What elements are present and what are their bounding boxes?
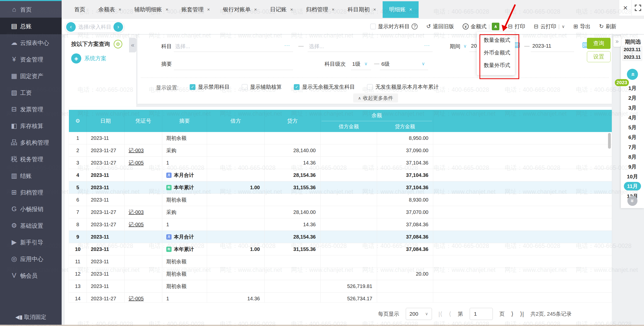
table-row[interactable]: 72023-11-27记-003采购28,140.0037,070.00 — [69, 206, 612, 218]
table-row[interactable]: 92023-11月本月合计28,154.3637,084.36 — [69, 231, 612, 243]
voucher-link[interactable]: 记-003 — [129, 147, 144, 154]
level-to-select[interactable]: 6级 — [381, 60, 390, 68]
display-checkbox-无发生额显示本月本年累计[interactable]: 无发生额显示本月本年累计 — [367, 83, 439, 90]
table-row[interactable]: 12023-11期初余额8,950.00 — [69, 132, 612, 144]
table-row[interactable]: 102023-11年本年累计1.0031,155.3637,084.36 — [69, 243, 612, 255]
checkbox-icon[interactable] — [367, 84, 373, 90]
tab-明细账[interactable]: 明细账× — [383, 1, 419, 18]
sidebar-item-畅会员[interactable]: V畅会员 — [0, 267, 62, 284]
expand-period-panel-button[interactable]: » — [613, 36, 621, 47]
close-tab-icon[interactable]: × — [373, 7, 376, 12]
scheme-item-system[interactable]: ◈ 系统方案 — [71, 53, 106, 63]
close-tab-button[interactable]: × — [619, 0, 631, 16]
close-tab-icon[interactable]: × — [166, 7, 168, 12]
sidebar-item-多机构管理[interactable]: 品多机构管理 — [0, 134, 62, 151]
tab-账套管理[interactable]: 账套管理× — [175, 1, 216, 18]
display-checkbox-显示辅助核算[interactable]: 显示辅助核算 — [242, 83, 282, 90]
table-row[interactable]: 62023-11期初余额8,930.00 — [69, 194, 612, 206]
chevron-down-icon[interactable]: ∨ — [463, 43, 467, 49]
display-checkbox-显示无余额无发生科目[interactable]: ✓显示无余额无发生科目 — [294, 83, 355, 90]
next-subject-button[interactable]: › — [113, 22, 123, 32]
table-row[interactable]: 52023-11年本年累计1.0031,155.3637,104.36 — [69, 181, 612, 194]
query-button[interactable]: 查询 — [587, 38, 611, 49]
close-tab-icon[interactable]: × — [332, 7, 335, 12]
prev-page-button[interactable]: ⟨ — [449, 310, 451, 317]
sidebar-item-税务管理[interactable]: 税税务管理 — [0, 151, 62, 167]
checkbox-icon[interactable] — [242, 84, 248, 90]
voucher-link[interactable]: 记-003 — [129, 209, 144, 216]
tab-银行对账单[interactable]: 银行对账单× — [216, 1, 263, 18]
voucher-link[interactable]: 记-005 — [129, 159, 144, 166]
month-item-11月[interactable]: 11月 — [624, 182, 641, 190]
scroll-months-down-button[interactable]: » — [627, 196, 637, 206]
table-row[interactable]: 122023-11期初余额20.00 — [69, 268, 612, 280]
sidebar-item-发票管理[interactable]: ⊟发票管理 — [0, 101, 62, 117]
tab-辅助明细账[interactable]: 辅助明细账× — [128, 1, 175, 18]
next-page-button[interactable]: ⟩ — [511, 310, 513, 317]
table-row[interactable]: 132023-11期初余额526,719.81 — [69, 280, 612, 292]
sidebar-item-小畅报销[interactable]: G小畅报销 — [0, 201, 62, 217]
month-item-9月[interactable]: 9月 — [624, 162, 641, 172]
table-row[interactable]: 82023-11-27记-005114.3637,084.36 — [69, 218, 612, 231]
month-item-10月[interactable]: 10月 — [624, 172, 641, 181]
close-tab-icon[interactable]: × — [118, 7, 121, 12]
checkbox-icon[interactable]: ✓ — [294, 84, 300, 90]
subject-from-picker-icon[interactable]: ··· — [284, 42, 290, 48]
chevron-down-icon[interactable]: ∨ — [562, 24, 565, 29]
tab-余额表[interactable]: 余额表× — [92, 1, 128, 18]
table-scrollbar[interactable] — [608, 133, 611, 149]
sidebar-item-固定资产[interactable]: ▦固定资产 — [0, 68, 62, 84]
tab-日记账[interactable]: 日记账× — [263, 1, 299, 18]
sidebar-item-总账[interactable]: ▤总账 — [0, 18, 62, 34]
sidebar-item-首页[interactable]: ⌂首页 — [0, 1, 62, 18]
first-page-button[interactable]: |⟨ — [438, 310, 442, 317]
close-tab-icon[interactable]: × — [409, 7, 412, 12]
refresh-button[interactable]: ↻ 刷新 — [599, 23, 616, 30]
month-item-7月[interactable]: 7月 — [624, 142, 641, 152]
close-tab-icon[interactable]: × — [207, 7, 210, 12]
month-item-3月[interactable]: 3月 — [624, 103, 641, 113]
close-tab-icon[interactable]: × — [254, 7, 257, 12]
unpin-sidebar-button[interactable]: ◀▮ 取消固定 — [0, 313, 62, 321]
checkbox-icon[interactable]: ✓ — [190, 84, 195, 90]
collapse-more-filters-button[interactable]: ∧ 收起更多条件 — [353, 93, 398, 103]
checkbox-icon[interactable] — [370, 24, 376, 29]
subject-to-input[interactable]: 选择... — [309, 43, 324, 50]
back-old-version-button[interactable]: ↺ 退回旧版 — [426, 23, 454, 30]
sidebar-item-应用中心[interactable]: ◎应用中心 — [0, 250, 62, 267]
sidebar-item-新手引导[interactable]: ▶新手引导 — [0, 234, 62, 250]
sidebar-item-基础设置[interactable]: ⚙基础设置 — [0, 217, 62, 234]
column-settings-gear-icon[interactable]: ⚙ — [69, 110, 87, 132]
collapse-scheme-panel-button[interactable]: « — [129, 38, 136, 52]
table-row[interactable]: 112023-11期初余额 — [69, 255, 612, 268]
table-row[interactable]: 42023-11月本月合计28,154.3637,104.36 — [69, 169, 612, 181]
last-page-button[interactable]: ⟩| — [520, 310, 524, 317]
month-item-5月[interactable]: 5月 — [624, 122, 641, 132]
month-item-2月[interactable]: 2月 — [624, 93, 641, 103]
chevron-down-icon[interactable]: ∨ — [364, 61, 368, 67]
sidebar-item-库存核算[interactable]: ◧库存核算 — [0, 117, 62, 134]
prev-subject-button[interactable]: ‹ — [66, 22, 76, 32]
level-from-select[interactable]: 1级 — [352, 60, 360, 68]
tab-首页[interactable]: 首页 — [68, 1, 92, 18]
table-row[interactable]: 22023-11-27记-003采购28,140.0037,090.00 — [69, 144, 612, 157]
tab-科目期初[interactable]: 科目期初× — [341, 1, 383, 18]
subject-from-input[interactable]: 选择... — [175, 43, 190, 50]
subject-search-input[interactable]: 选择/录入科目 — [76, 23, 113, 30]
sidebar-item-归档管理[interactable]: ⊞归档管理 — [0, 184, 62, 201]
month-item-6月[interactable]: 6月 — [624, 132, 641, 142]
subject-to-picker-icon[interactable]: ··· — [424, 42, 430, 48]
page-number-input[interactable]: 1 — [470, 308, 493, 320]
export-button[interactable]: ⊞ 导出 — [573, 23, 590, 30]
month-item-4月[interactable]: 4月 — [624, 113, 641, 122]
chevron-down-icon[interactable]: ∨ — [422, 61, 425, 67]
fullscreen-button[interactable] — [632, 0, 644, 16]
voucher-link[interactable]: 记-005 — [129, 221, 144, 228]
month-item-1月[interactable]: 1月 — [624, 83, 641, 93]
settings-button[interactable]: 设置 — [587, 51, 611, 62]
table-row[interactable]: 32023-11-27记-005114.3637,104.36 — [69, 157, 612, 169]
sidebar-item-结账[interactable]: ▥结账 — [0, 167, 62, 184]
tab-归档管理[interactable]: 归档管理× — [300, 1, 341, 18]
voucher-link[interactable]: 记-005 — [129, 295, 144, 302]
show-opposite-checkbox[interactable]: 显示对方科目 ? — [370, 23, 418, 30]
